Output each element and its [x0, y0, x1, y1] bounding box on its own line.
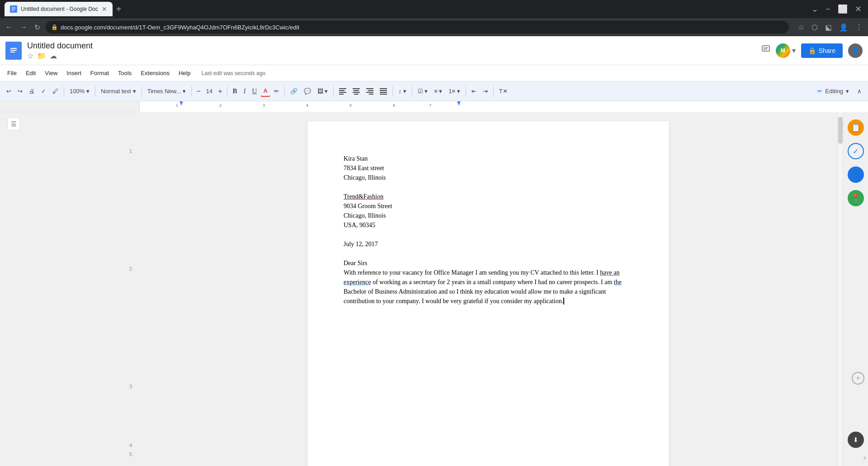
indent-increase-button[interactable]: ⇥ — [480, 86, 491, 96]
clear-formatting-button[interactable]: T✕ — [496, 86, 510, 96]
vertical-scrollbar[interactable] — [837, 112, 843, 466]
recipient-company: Trend&Fashion — [344, 192, 633, 201]
share-label: Share — [819, 47, 835, 54]
bold-button[interactable]: B — [230, 86, 240, 97]
docs-title-area: Untitled document ☆ 📁 ☁ — [27, 41, 93, 60]
docs-header: Untitled document ☆ 📁 ☁ M ▾ 🔒 Share 👤 — [0, 36, 868, 65]
editing-mode-button[interactable]: ✏ Editing ▾ — [814, 86, 853, 96]
minimize-button[interactable]: − — [824, 5, 832, 14]
editing-pencil-icon: ✏ — [817, 88, 822, 95]
zoom-selector[interactable]: 100% ▾ — [67, 86, 92, 96]
browser-menu-icon[interactable]: ⋮ — [854, 21, 864, 33]
align-left-button[interactable] — [336, 86, 349, 96]
page-number-1: 1 — [129, 148, 132, 154]
italic-button[interactable]: I — [241, 86, 249, 97]
menu-tools[interactable]: Tools — [114, 68, 135, 78]
star-icon[interactable]: ☆ — [27, 52, 33, 60]
cloud-save-icon[interactable]: ☁ — [50, 52, 57, 60]
svg-rect-23 — [380, 88, 387, 89]
undo-button[interactable]: ↩ — [4, 86, 14, 96]
share-button[interactable]: 🔒 Share — [801, 43, 843, 58]
refresh-button[interactable]: ↻ — [33, 21, 42, 33]
active-tab[interactable]: Untitled document - Google Doc ✕ — [5, 2, 113, 16]
lock-icon: 🔒 — [51, 24, 58, 30]
document-title[interactable]: Untitled document — [27, 41, 93, 51]
svg-rect-15 — [353, 88, 360, 89]
menu-insert[interactable]: Insert — [63, 68, 85, 78]
toolbar-separator-11 — [493, 86, 494, 97]
tab-close-button[interactable]: ✕ — [102, 5, 107, 13]
line-spacing-button[interactable]: ↕ ▾ — [396, 86, 409, 96]
scrollbar-thumb[interactable] — [838, 117, 843, 144]
text-color-button[interactable]: A — [260, 86, 270, 97]
document-content[interactable]: Kira Stan 7834 East street Chicago, Illi… — [344, 154, 633, 306]
document-page[interactable]: Kira Stan 7834 East street Chicago, Illi… — [307, 121, 669, 466]
font-size-decrease-button[interactable]: − — [194, 86, 202, 97]
back-button[interactable]: ← — [4, 21, 14, 33]
checklist-button[interactable]: ☑ ▾ — [415, 86, 431, 96]
svg-rect-1 — [12, 7, 15, 8]
search-tabs-button[interactable]: ⌄ — [810, 4, 820, 14]
underline-button[interactable]: U — [250, 86, 260, 97]
menu-file[interactable]: File — [4, 68, 20, 78]
insert-link-button[interactable]: 🔗 — [288, 86, 300, 96]
body-text[interactable]: With reference to your vacancy for Offic… — [344, 268, 633, 306]
svg-rect-2 — [12, 9, 15, 10]
bulleted-list-button[interactable]: ≡ ▾ — [431, 86, 445, 96]
document-area[interactable]: Kira Stan 7834 East street Chicago, Illi… — [139, 112, 837, 466]
paragraph-style-selector[interactable]: Normal text ▾ — [98, 86, 138, 96]
recipient-address3: USA, 90345 — [344, 220, 633, 230]
keep-notes-button[interactable]: 📋 — [848, 119, 864, 136]
menu-format[interactable]: Format — [87, 68, 113, 78]
menu-view[interactable]: View — [41, 68, 61, 78]
svg-rect-8 — [762, 46, 769, 51]
print-button[interactable]: 🖨 — [26, 86, 38, 96]
maps-button[interactable]: 📍 — [848, 190, 864, 206]
insert-comment-button[interactable]: 💬 — [301, 86, 314, 96]
add-addon-button[interactable]: + — [852, 372, 864, 385]
extensions-icon[interactable]: ⬡ — [810, 21, 820, 33]
menu-edit[interactable]: Edit — [22, 68, 39, 78]
contacts-button[interactable]: 👤 — [848, 166, 864, 183]
maximize-button[interactable]: ⬜ — [836, 4, 849, 14]
recipient-address1: 9034 Groom Street — [344, 201, 633, 211]
highlight-color-button[interactable]: ✏ — [271, 86, 282, 96]
font-size-input[interactable]: 14 — [203, 86, 215, 96]
numbered-list-button[interactable]: 1≡ ▾ — [446, 86, 462, 96]
indent-decrease-button[interactable]: ⇤ — [469, 86, 479, 96]
align-justify-button[interactable] — [377, 86, 390, 96]
toolbar-collapse-button[interactable]: ∧ — [854, 86, 864, 96]
download-button[interactable]: ⬇ — [848, 432, 864, 448]
new-tab-button[interactable]: + — [116, 4, 122, 14]
google-meet-button[interactable]: M ▾ — [776, 43, 796, 58]
profile-icon[interactable]: 👤 — [837, 21, 850, 33]
tab-title: Untitled document - Google Doc — [21, 6, 98, 12]
spellcheck-button[interactable]: ✓ — [38, 86, 49, 96]
user-avatar[interactable]: 👤 — [848, 43, 863, 58]
bookmark-icon[interactable]: ☆ — [796, 21, 806, 33]
svg-rect-9 — [764, 48, 768, 48]
redo-button[interactable]: ↪ — [15, 86, 25, 96]
tab-favicon — [10, 5, 17, 13]
svg-rect-26 — [380, 94, 387, 95]
toolbar-separator-4 — [191, 86, 192, 97]
menu-extensions[interactable]: Extensions — [137, 68, 173, 78]
blank-line-2 — [344, 230, 633, 239]
tasks-button[interactable]: ✓ — [848, 143, 864, 159]
paint-format-button[interactable]: 🖊 — [50, 86, 61, 96]
font-size-increase-button[interactable]: + — [216, 86, 224, 97]
tab-search-icon[interactable]: ⬕ — [823, 21, 834, 33]
outline-toggle-button[interactable]: ☰ — [7, 118, 20, 130]
menu-help[interactable]: Help — [175, 68, 194, 78]
svg-rect-17 — [353, 92, 360, 93]
align-center-button[interactable] — [350, 86, 363, 96]
address-bar[interactable]: 🔒 docs.google.com/document/d/1T-Oem_c3GF… — [46, 21, 789, 33]
expand-panel-button[interactable]: › — [863, 452, 866, 462]
forward-button[interactable]: → — [18, 21, 29, 33]
font-selector[interactable]: Times New... ▾ — [145, 86, 189, 96]
move-to-folder-icon[interactable]: 📁 — [37, 52, 46, 60]
close-button[interactable]: ✕ — [853, 4, 863, 14]
insert-image-button[interactable]: 🖼 ▾ — [315, 86, 331, 96]
align-right-button[interactable] — [363, 86, 376, 96]
comment-history-button[interactable] — [761, 45, 770, 56]
